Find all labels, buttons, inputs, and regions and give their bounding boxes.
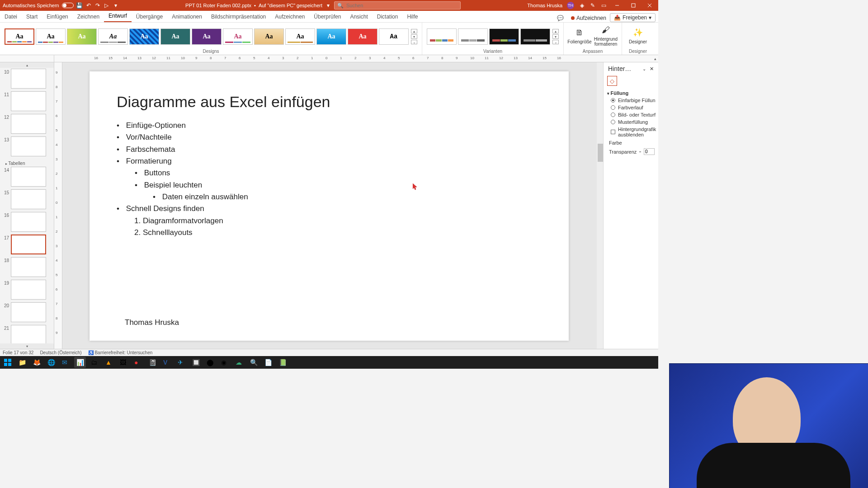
theme-thumb[interactable]: Aa	[254, 28, 284, 45]
obs-icon[interactable]: ⬤	[204, 357, 216, 368]
taskbar-app-icon[interactable]: 🗂	[89, 357, 100, 368]
fill-section-header[interactable]: Füllung	[604, 88, 658, 97]
slide-counter[interactable]: Folie 17 von 32	[3, 350, 33, 355]
tab-start[interactable]: Start	[22, 12, 42, 22]
theme-thumb[interactable]: Aa	[316, 28, 346, 45]
slide-thumbnail[interactable]	[11, 235, 46, 254]
bullet-item[interactable]: Formatierung	[117, 155, 569, 167]
taskbar-app-icon[interactable]: 📄	[262, 357, 274, 368]
ruler-scroll-up-icon[interactable]: ▴	[652, 55, 658, 62]
thumbnail-scroll-down[interactable]: ▾	[0, 343, 54, 349]
visio-icon[interactable]: V	[161, 357, 173, 368]
tab-aufzeichnen[interactable]: Aufzeichnen	[270, 12, 309, 22]
bullet-item[interactable]: Vor/Nachteile	[117, 131, 569, 143]
file-explorer-icon[interactable]: 📁	[16, 357, 28, 368]
fill-bucket-icon[interactable]: ◇	[607, 76, 617, 86]
user-avatar[interactable]: TH	[567, 2, 574, 9]
theme-thumb[interactable]: Aa	[67, 28, 97, 45]
window-layout-icon[interactable]: ▭	[600, 2, 607, 9]
outlook-icon[interactable]: ✉	[60, 357, 71, 368]
from-beginning-icon[interactable]: ▷	[104, 2, 110, 9]
fill-gradient-option[interactable]: Farbverlauf	[604, 104, 658, 111]
slide-canvas[interactable]: Diagramme aus Excel einfügen Einfüge-Opt…	[90, 71, 569, 341]
bullet-item[interactable]: Daten einzeln auswählen	[153, 191, 569, 203]
minimize-button[interactable]	[611, 0, 623, 11]
bullet-item[interactable]: Schnell Designs finden	[117, 203, 569, 215]
numbered-item[interactable]: Diagramformatvorlagen	[143, 215, 569, 227]
theme-thumb[interactable]: Aa	[36, 28, 66, 45]
share-button[interactable]: 📤 Freigeben ▾	[610, 13, 656, 22]
theme-thumb[interactable]: Aa	[285, 28, 315, 45]
taskbar-app-icon[interactable]: 🖼	[118, 357, 129, 368]
slide-thumbnail[interactable]	[11, 136, 46, 156]
undo-icon[interactable]: ↶	[85, 2, 92, 9]
theme-thumb[interactable]: Aa	[98, 28, 128, 45]
hide-bg-graphics-option[interactable]: Hintergrundgrafikausblenden	[604, 126, 658, 138]
accessibility-check[interactable]: ♿ Barrierefreiheit: Untersuchen	[88, 350, 153, 355]
slide-thumbnail[interactable]	[11, 91, 46, 111]
slide-thumbnail[interactable]	[11, 302, 46, 322]
theme-thumb[interactable]: Aa	[379, 28, 409, 45]
redo-icon[interactable]: ↷	[94, 2, 101, 9]
firefox-icon[interactable]: 🦊	[31, 357, 42, 368]
qat-more-icon[interactable]: ▾	[113, 2, 119, 9]
slide-editor[interactable]: Diagramme aus Excel einfügen Einfüge-Opt…	[62, 62, 603, 349]
close-button[interactable]	[644, 0, 656, 11]
bullet-item[interactable]: Beispiel leuchten	[135, 179, 569, 191]
tab-einfuegen[interactable]: Einfügen	[42, 12, 72, 22]
slide-thumbnail[interactable]	[11, 69, 46, 89]
theme-gallery-more[interactable]: ▴▾⌄	[411, 29, 417, 44]
fill-pattern-option[interactable]: Musterfüllung	[604, 118, 658, 126]
theme-thumb[interactable]: Aa	[160, 28, 190, 45]
chrome-icon[interactable]: 🌐	[45, 357, 57, 368]
pen-icon[interactable]: ✎	[590, 2, 596, 9]
taskbar-app-icon[interactable]: ☁	[233, 357, 245, 368]
transparency-input[interactable]	[644, 148, 655, 155]
comments-icon[interactable]: 💬	[553, 14, 567, 22]
tab-dictation[interactable]: Dictation	[373, 12, 403, 22]
slide-thumbnail[interactable]	[11, 257, 46, 277]
format-background-button[interactable]: 🖌Hintergrund formatieren	[593, 25, 619, 47]
taskbar-app-icon[interactable]: 🔲	[190, 357, 202, 368]
slide-thumbnail[interactable]	[11, 212, 46, 232]
taskbar-app-icon[interactable]: ●	[132, 357, 144, 368]
search-input[interactable]	[346, 3, 458, 8]
tab-animationen[interactable]: Animationen	[167, 12, 207, 22]
tab-datei[interactable]: Datei	[0, 12, 22, 22]
tab-ueberpruefen[interactable]: Überprüfen	[309, 12, 345, 22]
start-button[interactable]	[2, 357, 14, 368]
theme-thumb[interactable]: Aa	[192, 28, 222, 45]
fill-picture-option[interactable]: Bild- oder Texturf	[604, 111, 658, 118]
bullet-item[interactable]: Farbschemata	[117, 144, 569, 155]
onenote-icon[interactable]: 📓	[146, 357, 158, 368]
taskbar-app-icon[interactable]: 🔍	[248, 357, 259, 368]
user-name[interactable]: Thomas Hruska	[527, 3, 562, 8]
section-header[interactable]: Tabellen	[2, 159, 52, 167]
tab-bildschirmpraes[interactable]: Bildschirmpräsentation	[207, 12, 270, 22]
transparency-slider[interactable]	[639, 151, 641, 152]
slide-thumbnail[interactable]	[11, 167, 46, 187]
autosave-toggle[interactable]	[62, 3, 74, 8]
variant-gallery-more[interactable]: ▴▾⌄	[552, 29, 559, 44]
theme-thumb[interactable]: Aa	[223, 28, 253, 45]
maximize-button[interactable]	[627, 0, 639, 11]
taskbar-app-icon[interactable]: ◉	[219, 357, 231, 368]
vlc-icon[interactable]: ▲	[103, 357, 115, 368]
color-field[interactable]: Farbe	[604, 138, 658, 146]
powerpoint-icon[interactable]: 📊	[74, 357, 86, 368]
numbered-item[interactable]: Schnelllayouts	[143, 227, 569, 239]
theme-thumb[interactable]: Aa	[129, 28, 159, 45]
thumbnail-scroll-up[interactable]: ▴	[0, 62, 54, 68]
pane-options-icon[interactable]: ⌄	[641, 66, 648, 71]
tab-uebergaenge[interactable]: Übergänge	[132, 12, 167, 22]
search-box[interactable]: 🔍	[334, 1, 461, 9]
tab-hilfe[interactable]: Hilfe	[402, 12, 422, 22]
title-dropdown-icon[interactable]: ▾	[325, 2, 331, 9]
tab-ansicht[interactable]: Ansicht	[345, 12, 372, 22]
language-indicator[interactable]: Deutsch (Österreich)	[40, 350, 81, 355]
slide-thumbnail[interactable]	[11, 114, 46, 134]
tab-zeichnen[interactable]: Zeichnen	[73, 12, 104, 22]
tab-entwurf[interactable]: Entwurf	[104, 11, 132, 22]
pane-close-icon[interactable]: ✕	[648, 66, 656, 72]
theme-thumb[interactable]: Aa	[348, 28, 377, 45]
